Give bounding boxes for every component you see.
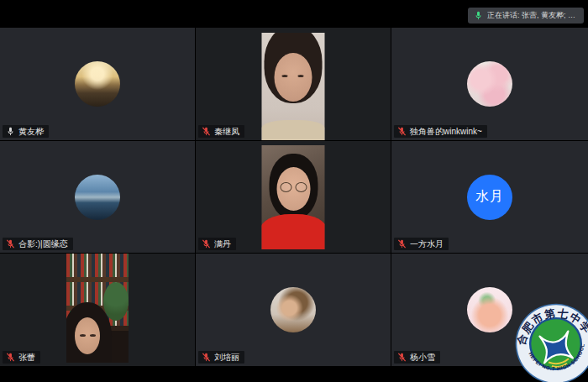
mic-muted-icon bbox=[202, 239, 211, 249]
avatar bbox=[75, 175, 120, 220]
mic-active-icon bbox=[474, 11, 483, 20]
participant-name-label: 满丹 bbox=[198, 238, 236, 250]
speaking-indicator-badge: 正在讲话: 张蕾, 黄友桦; 刘培丽... bbox=[468, 8, 584, 24]
participant-name-label: 张蕾 bbox=[3, 351, 40, 364]
avatar: 水月 bbox=[467, 175, 512, 220]
participant-name: 黄友桦 bbox=[18, 126, 44, 138]
participant-name-label: 秦继凤 bbox=[198, 125, 244, 138]
school-logo-badge: 合肥市第七中学 HEFEI NO.7 HIGH SCHOOL bbox=[508, 296, 588, 382]
participant-tile[interactable]: 合影:)|圆缘恋 bbox=[0, 141, 195, 253]
participant-tile[interactable]: 满丹 bbox=[196, 141, 391, 253]
mic-muted-icon bbox=[397, 353, 407, 362]
participant-name-label: 独角兽的winkwink~ bbox=[394, 125, 487, 138]
participant-name: 秦继凤 bbox=[214, 126, 239, 138]
participant-name-label: 合影:)|圆缘恋 bbox=[3, 238, 73, 250]
avatar bbox=[270, 287, 316, 332]
participant-name-label: 杨小雪 bbox=[394, 351, 440, 364]
participant-tile[interactable]: 刘培丽 bbox=[196, 254, 391, 366]
participant-name-label: 一方水月 bbox=[394, 238, 449, 250]
mic-muted-icon bbox=[6, 353, 15, 362]
participant-name: 杨小雪 bbox=[410, 352, 435, 364]
participant-name-label: 刘培丽 bbox=[198, 351, 244, 364]
video-feed bbox=[66, 254, 129, 363]
avatar-initials-text: 水月 bbox=[475, 188, 504, 206]
avatar bbox=[467, 287, 512, 332]
participant-name: 刘培丽 bbox=[214, 352, 239, 364]
avatar bbox=[75, 61, 120, 107]
avatar bbox=[467, 61, 512, 107]
video-feed bbox=[262, 145, 325, 249]
top-bar: 正在讲话: 张蕾, 黄友桦; 刘培丽... bbox=[0, 0, 588, 28]
mic-muted-icon bbox=[397, 127, 407, 136]
participant-tile[interactable]: 张蕾 bbox=[0, 254, 195, 366]
participant-name: 独角兽的winkwink~ bbox=[410, 126, 482, 138]
meeting-window: { "top_bar": { "speaking_indicator": "正在… bbox=[0, 0, 588, 382]
mic-muted-icon bbox=[6, 239, 15, 249]
participant-tile[interactable]: 黄友桦 bbox=[0, 28, 195, 140]
participant-tile[interactable]: 水月 一方水月 bbox=[391, 141, 588, 253]
participant-tile[interactable]: 秦继凤 bbox=[196, 28, 391, 140]
participant-name: 张蕾 bbox=[18, 352, 35, 364]
participant-grid: 黄友桦 秦继凤 独角兽的winkwink~ bbox=[0, 28, 588, 366]
speaking-indicator-text: 正在讲话: 张蕾, 黄友桦; 刘培丽... bbox=[487, 10, 578, 21]
participant-name: 合影:)|圆缘恋 bbox=[18, 238, 68, 250]
mic-on-icon bbox=[6, 127, 15, 136]
participant-tile[interactable]: 独角兽的winkwink~ bbox=[391, 28, 588, 140]
mic-muted-icon bbox=[202, 127, 211, 136]
participant-name: 一方水月 bbox=[410, 238, 444, 250]
mic-muted-icon bbox=[397, 239, 407, 249]
mic-muted-icon bbox=[202, 353, 211, 362]
video-feed bbox=[262, 33, 325, 140]
participant-name: 满丹 bbox=[214, 238, 231, 250]
participant-name-label: 黄友桦 bbox=[3, 125, 49, 138]
